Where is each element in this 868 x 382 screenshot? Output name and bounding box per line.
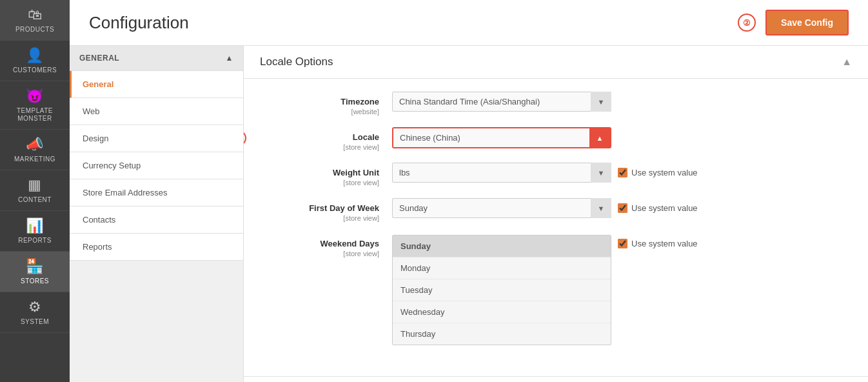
weekend-days-label-group: Weekend Days [store view] bbox=[263, 234, 392, 257]
left-nav-section-header[interactable]: GENERAL ▲ bbox=[70, 46, 243, 71]
weekend-days-label: Weekend Days bbox=[263, 239, 379, 248]
dropdown-item-monday[interactable]: Monday bbox=[393, 257, 611, 279]
left-nav-collapse-icon: ▲ bbox=[226, 54, 233, 63]
help-badge[interactable]: ② bbox=[738, 14, 756, 32]
main-area: Configuration ② Save Config GENERAL ▲ Ge… bbox=[70, 0, 868, 382]
save-config-button[interactable]: Save Config bbox=[765, 10, 849, 35]
weekend-days-row: Weekend Days [store view] Sunday Monday bbox=[263, 234, 849, 345]
timezone-label: Timezone bbox=[263, 97, 379, 106]
timezone-input-group: China Standard Time (Asia/Shanghai) ▼ bbox=[392, 92, 849, 112]
first-day-select[interactable]: Sunday Monday Tuesday Wednesday Thursday… bbox=[392, 198, 611, 218]
products-icon: 🛍 bbox=[28, 6, 43, 23]
weekend-days-input-group: Sunday Monday Tuesday Wednesday bbox=[392, 234, 849, 345]
sidebar-item-reports[interactable]: 📊 REPORTS bbox=[0, 211, 70, 252]
page-header: Configuration ② Save Config bbox=[70, 0, 868, 46]
dropdown-item-tuesday[interactable]: Tuesday bbox=[393, 279, 611, 301]
left-nav-section-label: GENERAL bbox=[79, 54, 119, 63]
locale-sublabel: [store view] bbox=[263, 143, 379, 151]
weight-unit-label-group: Weight Unit [store view] bbox=[263, 163, 392, 186]
left-nav-item-design[interactable]: Design bbox=[70, 125, 243, 152]
sidebar-item-products[interactable]: 🛍 PRODUCTS bbox=[0, 0, 70, 41]
system-icon: ⚙ bbox=[28, 299, 42, 316]
timezone-select-wrapper: China Standard Time (Asia/Shanghai) ▼ bbox=[392, 92, 611, 112]
weekend-days-dropdown[interactable]: Sunday Monday Tuesday Wednesday bbox=[392, 235, 611, 345]
sidebar-item-customers[interactable]: 👤 CUSTOMERS bbox=[0, 41, 70, 81]
first-day-input-group: Sunday Monday Tuesday Wednesday Thursday… bbox=[392, 198, 849, 218]
timezone-label-group: Timezone [website] bbox=[263, 92, 392, 116]
page-title: Configuration bbox=[89, 13, 189, 33]
sidebar-item-marketing[interactable]: 📣 MARKETING bbox=[0, 130, 70, 170]
left-nav-item-reports[interactable]: Reports bbox=[70, 234, 243, 261]
section-title: Locale Options bbox=[260, 55, 333, 68]
weight-unit-select[interactable]: lbs kgs bbox=[392, 163, 611, 183]
dropdown-item-wednesday[interactable]: Wednesday bbox=[393, 301, 611, 323]
locale-select-wrapper: Chinese (China) English (United States) … bbox=[392, 127, 611, 148]
sidebar-item-stores[interactable]: 🏪 STORES bbox=[0, 252, 70, 292]
left-nav-item-currency-setup[interactable]: Currency Setup bbox=[70, 152, 243, 179]
customers-icon: 👤 bbox=[26, 47, 44, 64]
header-actions: ② Save Config bbox=[738, 10, 849, 35]
timezone-sublabel: [website] bbox=[263, 108, 379, 116]
form-body: Timezone [website] China Standard Time (… bbox=[244, 79, 868, 376]
locale-input-group: Chinese (China) English (United States) … bbox=[392, 127, 849, 148]
weight-unit-row: Weight Unit [store view] lbs kgs ▼ bbox=[263, 163, 849, 186]
step-badge-1: ① bbox=[244, 130, 246, 146]
template-monster-icon: 😈 bbox=[26, 88, 44, 105]
dropdown-item-thursday[interactable]: Thursday bbox=[393, 323, 611, 345]
first-day-label: First Day of Week bbox=[263, 203, 379, 213]
left-nav: GENERAL ▲ General Web Design Currency Se… bbox=[70, 46, 244, 382]
weight-unit-input-group: lbs kgs ▼ Use system value bbox=[392, 163, 849, 183]
first-day-system-value[interactable]: Use system value bbox=[618, 203, 698, 213]
weight-unit-label: Weight Unit bbox=[263, 168, 379, 177]
locale-label-group: Locale [store view] bbox=[263, 127, 392, 151]
section-header: Locale Options ▲ bbox=[244, 46, 868, 79]
reports-icon: 📊 bbox=[26, 217, 44, 234]
locale-select[interactable]: Chinese (China) English (United States) … bbox=[393, 128, 610, 147]
first-day-of-week-row: First Day of Week [store view] Sunday Mo… bbox=[263, 198, 849, 222]
weekend-days-system-value[interactable]: Use system value bbox=[618, 239, 698, 248]
sidebar-item-template-monster[interactable]: 😈 TEMPLATE MONSTER bbox=[0, 81, 70, 130]
marketing-icon: 📣 bbox=[26, 136, 44, 153]
sidebar-item-content[interactable]: ▦ CONTENT bbox=[0, 170, 70, 211]
left-nav-item-general[interactable]: General bbox=[70, 71, 243, 98]
weight-unit-select-wrapper: lbs kgs ▼ bbox=[392, 163, 611, 183]
left-nav-item-store-email-addresses[interactable]: Store Email Addresses bbox=[70, 179, 243, 206]
sidebar-item-system[interactable]: ⚙ SYSTEM bbox=[0, 292, 70, 333]
first-day-sublabel: [store view] bbox=[263, 214, 379, 222]
content-icon: ▦ bbox=[28, 177, 42, 194]
weight-unit-checkbox[interactable] bbox=[618, 168, 627, 177]
sidebar: 🛍 PRODUCTS 👤 CUSTOMERS 😈 TEMPLATE MONSTE… bbox=[0, 0, 70, 382]
timezone-select[interactable]: China Standard Time (Asia/Shanghai) bbox=[392, 92, 611, 112]
weight-unit-sublabel: [store view] bbox=[263, 179, 379, 186]
weekend-days-sublabel: [store view] bbox=[263, 250, 379, 257]
content-area: GENERAL ▲ General Web Design Currency Se… bbox=[70, 46, 868, 382]
weekend-days-checkbox[interactable] bbox=[618, 239, 627, 248]
first-day-label-group: First Day of Week [store view] bbox=[263, 198, 392, 222]
locale-row: ① Locale [store view] Chinese (China) En… bbox=[263, 127, 849, 151]
left-nav-item-contacts[interactable]: Contacts bbox=[70, 206, 243, 234]
locale-label: Locale bbox=[263, 132, 379, 142]
timezone-row: Timezone [website] China Standard Time (… bbox=[263, 92, 849, 116]
section-toggle-icon[interactable]: ▲ bbox=[842, 56, 852, 68]
locale-options-section: Locale Options ▲ Timezone [website] bbox=[244, 46, 868, 377]
first-day-select-wrapper: Sunday Monday Tuesday Wednesday Thursday… bbox=[392, 198, 611, 218]
dropdown-item-sunday[interactable]: Sunday bbox=[393, 236, 611, 257]
first-day-checkbox[interactable] bbox=[618, 203, 627, 213]
right-panel: Locale Options ▲ Timezone [website] bbox=[244, 46, 868, 382]
left-nav-item-web[interactable]: Web bbox=[70, 98, 243, 125]
weight-unit-system-value[interactable]: Use system value bbox=[618, 168, 698, 177]
stores-icon: 🏪 bbox=[26, 258, 44, 275]
